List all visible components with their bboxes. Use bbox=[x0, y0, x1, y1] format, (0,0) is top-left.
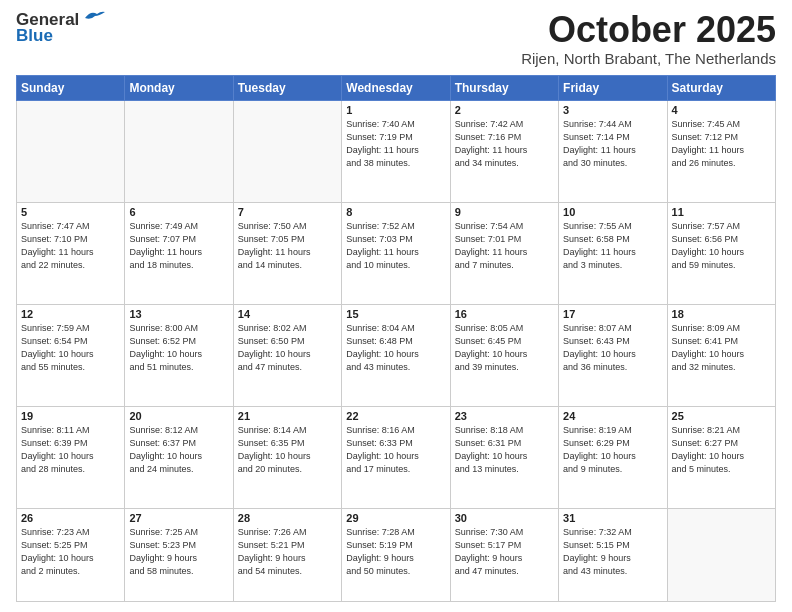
weekday-header-monday: Monday bbox=[125, 75, 233, 100]
day-info: Sunrise: 8:14 AM Sunset: 6:35 PM Dayligh… bbox=[238, 424, 337, 476]
day-info: Sunrise: 7:59 AM Sunset: 6:54 PM Dayligh… bbox=[21, 322, 120, 374]
calendar-cell: 26Sunrise: 7:23 AM Sunset: 5:25 PM Dayli… bbox=[17, 508, 125, 601]
calendar-cell: 28Sunrise: 7:26 AM Sunset: 5:21 PM Dayli… bbox=[233, 508, 341, 601]
day-info: Sunrise: 7:57 AM Sunset: 6:56 PM Dayligh… bbox=[672, 220, 771, 272]
day-info: Sunrise: 7:50 AM Sunset: 7:05 PM Dayligh… bbox=[238, 220, 337, 272]
calendar-cell: 16Sunrise: 8:05 AM Sunset: 6:45 PM Dayli… bbox=[450, 304, 558, 406]
calendar-cell: 25Sunrise: 8:21 AM Sunset: 6:27 PM Dayli… bbox=[667, 406, 775, 508]
day-info: Sunrise: 7:25 AM Sunset: 5:23 PM Dayligh… bbox=[129, 526, 228, 578]
day-number: 14 bbox=[238, 308, 337, 320]
day-number: 7 bbox=[238, 206, 337, 218]
calendar-week-3: 12Sunrise: 7:59 AM Sunset: 6:54 PM Dayli… bbox=[17, 304, 776, 406]
calendar-cell: 30Sunrise: 7:30 AM Sunset: 5:17 PM Dayli… bbox=[450, 508, 558, 601]
day-info: Sunrise: 8:09 AM Sunset: 6:41 PM Dayligh… bbox=[672, 322, 771, 374]
day-number: 1 bbox=[346, 104, 445, 116]
day-number: 12 bbox=[21, 308, 120, 320]
calendar-cell: 6Sunrise: 7:49 AM Sunset: 7:07 PM Daylig… bbox=[125, 202, 233, 304]
day-info: Sunrise: 7:40 AM Sunset: 7:19 PM Dayligh… bbox=[346, 118, 445, 170]
page: General Blue October 2025 Rijen, North B… bbox=[0, 0, 792, 612]
day-number: 27 bbox=[129, 512, 228, 524]
title-block: October 2025 Rijen, North Brabant, The N… bbox=[521, 10, 776, 67]
day-info: Sunrise: 8:12 AM Sunset: 6:37 PM Dayligh… bbox=[129, 424, 228, 476]
day-info: Sunrise: 7:32 AM Sunset: 5:15 PM Dayligh… bbox=[563, 526, 662, 578]
weekday-header-wednesday: Wednesday bbox=[342, 75, 450, 100]
calendar-cell bbox=[233, 100, 341, 202]
day-info: Sunrise: 8:00 AM Sunset: 6:52 PM Dayligh… bbox=[129, 322, 228, 374]
day-info: Sunrise: 7:42 AM Sunset: 7:16 PM Dayligh… bbox=[455, 118, 554, 170]
day-info: Sunrise: 7:30 AM Sunset: 5:17 PM Dayligh… bbox=[455, 526, 554, 578]
day-number: 5 bbox=[21, 206, 120, 218]
day-number: 23 bbox=[455, 410, 554, 422]
day-number: 15 bbox=[346, 308, 445, 320]
calendar-cell: 2Sunrise: 7:42 AM Sunset: 7:16 PM Daylig… bbox=[450, 100, 558, 202]
day-info: Sunrise: 8:02 AM Sunset: 6:50 PM Dayligh… bbox=[238, 322, 337, 374]
weekday-header-sunday: Sunday bbox=[17, 75, 125, 100]
day-number: 4 bbox=[672, 104, 771, 116]
calendar-cell: 10Sunrise: 7:55 AM Sunset: 6:58 PM Dayli… bbox=[559, 202, 667, 304]
day-info: Sunrise: 8:07 AM Sunset: 6:43 PM Dayligh… bbox=[563, 322, 662, 374]
weekday-header-tuesday: Tuesday bbox=[233, 75, 341, 100]
calendar-cell: 4Sunrise: 7:45 AM Sunset: 7:12 PM Daylig… bbox=[667, 100, 775, 202]
day-info: Sunrise: 8:05 AM Sunset: 6:45 PM Dayligh… bbox=[455, 322, 554, 374]
calendar-week-5: 26Sunrise: 7:23 AM Sunset: 5:25 PM Dayli… bbox=[17, 508, 776, 601]
calendar-cell: 9Sunrise: 7:54 AM Sunset: 7:01 PM Daylig… bbox=[450, 202, 558, 304]
calendar-cell bbox=[125, 100, 233, 202]
day-number: 2 bbox=[455, 104, 554, 116]
day-info: Sunrise: 8:11 AM Sunset: 6:39 PM Dayligh… bbox=[21, 424, 120, 476]
calendar-week-4: 19Sunrise: 8:11 AM Sunset: 6:39 PM Dayli… bbox=[17, 406, 776, 508]
calendar-cell: 13Sunrise: 8:00 AM Sunset: 6:52 PM Dayli… bbox=[125, 304, 233, 406]
day-info: Sunrise: 7:49 AM Sunset: 7:07 PM Dayligh… bbox=[129, 220, 228, 272]
day-number: 9 bbox=[455, 206, 554, 218]
calendar-cell: 24Sunrise: 8:19 AM Sunset: 6:29 PM Dayli… bbox=[559, 406, 667, 508]
logo: General Blue bbox=[16, 10, 105, 46]
day-info: Sunrise: 7:54 AM Sunset: 7:01 PM Dayligh… bbox=[455, 220, 554, 272]
calendar-cell bbox=[667, 508, 775, 601]
calendar-cell: 7Sunrise: 7:50 AM Sunset: 7:05 PM Daylig… bbox=[233, 202, 341, 304]
logo-blue-text: Blue bbox=[16, 26, 53, 46]
day-info: Sunrise: 7:45 AM Sunset: 7:12 PM Dayligh… bbox=[672, 118, 771, 170]
calendar-cell: 17Sunrise: 8:07 AM Sunset: 6:43 PM Dayli… bbox=[559, 304, 667, 406]
day-info: Sunrise: 7:26 AM Sunset: 5:21 PM Dayligh… bbox=[238, 526, 337, 578]
day-info: Sunrise: 7:47 AM Sunset: 7:10 PM Dayligh… bbox=[21, 220, 120, 272]
month-title: October 2025 bbox=[521, 10, 776, 50]
day-info: Sunrise: 7:44 AM Sunset: 7:14 PM Dayligh… bbox=[563, 118, 662, 170]
day-info: Sunrise: 7:52 AM Sunset: 7:03 PM Dayligh… bbox=[346, 220, 445, 272]
day-number: 16 bbox=[455, 308, 554, 320]
day-number: 11 bbox=[672, 206, 771, 218]
calendar-cell: 27Sunrise: 7:25 AM Sunset: 5:23 PM Dayli… bbox=[125, 508, 233, 601]
day-info: Sunrise: 8:18 AM Sunset: 6:31 PM Dayligh… bbox=[455, 424, 554, 476]
calendar-week-1: 1Sunrise: 7:40 AM Sunset: 7:19 PM Daylig… bbox=[17, 100, 776, 202]
day-number: 30 bbox=[455, 512, 554, 524]
calendar-cell: 8Sunrise: 7:52 AM Sunset: 7:03 PM Daylig… bbox=[342, 202, 450, 304]
calendar-cell: 5Sunrise: 7:47 AM Sunset: 7:10 PM Daylig… bbox=[17, 202, 125, 304]
day-info: Sunrise: 8:16 AM Sunset: 6:33 PM Dayligh… bbox=[346, 424, 445, 476]
weekday-header-row: SundayMondayTuesdayWednesdayThursdayFrid… bbox=[17, 75, 776, 100]
calendar-cell: 3Sunrise: 7:44 AM Sunset: 7:14 PM Daylig… bbox=[559, 100, 667, 202]
day-number: 21 bbox=[238, 410, 337, 422]
day-number: 22 bbox=[346, 410, 445, 422]
day-number: 6 bbox=[129, 206, 228, 218]
day-info: Sunrise: 7:28 AM Sunset: 5:19 PM Dayligh… bbox=[346, 526, 445, 578]
day-number: 26 bbox=[21, 512, 120, 524]
day-number: 10 bbox=[563, 206, 662, 218]
day-info: Sunrise: 8:19 AM Sunset: 6:29 PM Dayligh… bbox=[563, 424, 662, 476]
calendar-table: SundayMondayTuesdayWednesdayThursdayFrid… bbox=[16, 75, 776, 602]
day-number: 18 bbox=[672, 308, 771, 320]
calendar-cell: 31Sunrise: 7:32 AM Sunset: 5:15 PM Dayli… bbox=[559, 508, 667, 601]
calendar-week-2: 5Sunrise: 7:47 AM Sunset: 7:10 PM Daylig… bbox=[17, 202, 776, 304]
day-number: 13 bbox=[129, 308, 228, 320]
calendar-cell: 21Sunrise: 8:14 AM Sunset: 6:35 PM Dayli… bbox=[233, 406, 341, 508]
day-number: 29 bbox=[346, 512, 445, 524]
calendar-cell: 11Sunrise: 7:57 AM Sunset: 6:56 PM Dayli… bbox=[667, 202, 775, 304]
calendar-cell: 22Sunrise: 8:16 AM Sunset: 6:33 PM Dayli… bbox=[342, 406, 450, 508]
calendar-cell: 14Sunrise: 8:02 AM Sunset: 6:50 PM Dayli… bbox=[233, 304, 341, 406]
calendar-cell: 15Sunrise: 8:04 AM Sunset: 6:48 PM Dayli… bbox=[342, 304, 450, 406]
calendar-cell bbox=[17, 100, 125, 202]
day-number: 17 bbox=[563, 308, 662, 320]
logo-bird-icon bbox=[83, 10, 105, 26]
location: Rijen, North Brabant, The Netherlands bbox=[521, 50, 776, 67]
calendar-cell: 1Sunrise: 7:40 AM Sunset: 7:19 PM Daylig… bbox=[342, 100, 450, 202]
day-info: Sunrise: 8:04 AM Sunset: 6:48 PM Dayligh… bbox=[346, 322, 445, 374]
day-number: 19 bbox=[21, 410, 120, 422]
calendar-cell: 29Sunrise: 7:28 AM Sunset: 5:19 PM Dayli… bbox=[342, 508, 450, 601]
